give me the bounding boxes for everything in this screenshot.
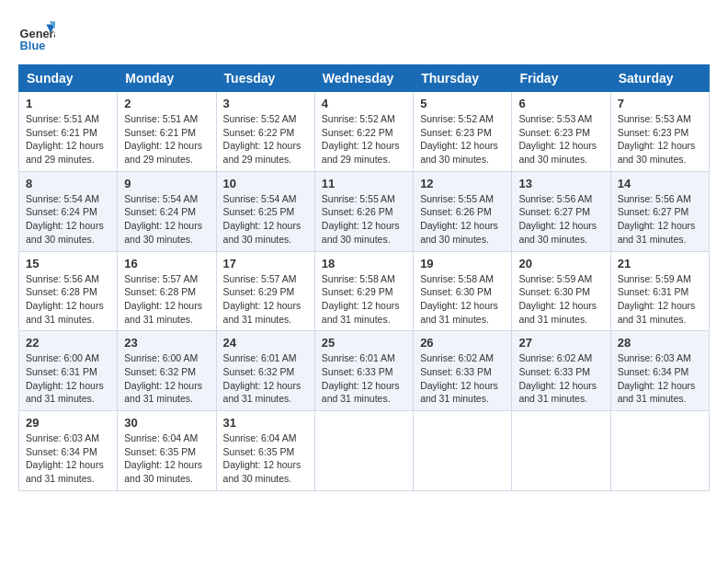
calendar-day-header: Tuesday	[216, 65, 314, 92]
day-info: Sunrise: 5:52 AM Sunset: 6:23 PM Dayligh…	[420, 112, 505, 167]
day-number: 25	[322, 336, 406, 350]
calendar-cell: 5 Sunrise: 5:52 AM Sunset: 6:23 PM Dayli…	[414, 92, 512, 172]
calendar-cell: 14 Sunrise: 5:56 AM Sunset: 6:27 PM Dayl…	[610, 171, 709, 251]
day-info: Sunrise: 6:00 AM Sunset: 6:31 PM Dayligh…	[26, 351, 110, 406]
day-number: 24	[223, 336, 308, 350]
calendar-cell	[512, 411, 610, 491]
day-info: Sunrise: 5:51 AM Sunset: 6:21 PM Dayligh…	[124, 112, 209, 167]
day-number: 2	[124, 97, 209, 110]
calendar-cell: 7 Sunrise: 5:53 AM Sunset: 6:23 PM Dayli…	[610, 92, 709, 172]
day-number: 5	[420, 97, 505, 110]
day-info: Sunrise: 5:55 AM Sunset: 6:26 PM Dayligh…	[322, 192, 406, 247]
day-info: Sunrise: 5:52 AM Sunset: 6:22 PM Dayligh…	[322, 112, 406, 167]
day-info: Sunrise: 5:59 AM Sunset: 6:31 PM Dayligh…	[618, 272, 702, 327]
day-info: Sunrise: 5:56 AM Sunset: 6:27 PM Dayligh…	[518, 192, 603, 247]
day-info: Sunrise: 5:51 AM Sunset: 6:21 PM Dayligh…	[26, 112, 110, 167]
calendar-cell: 28 Sunrise: 6:03 AM Sunset: 6:34 PM Dayl…	[610, 331, 709, 411]
day-number: 26	[420, 336, 505, 350]
day-number: 18	[322, 257, 406, 270]
day-info: Sunrise: 5:58 AM Sunset: 6:29 PM Dayligh…	[322, 272, 406, 327]
day-number: 13	[518, 177, 603, 190]
day-info: Sunrise: 5:55 AM Sunset: 6:26 PM Dayligh…	[420, 192, 505, 247]
calendar-cell: 4 Sunrise: 5:52 AM Sunset: 6:22 PM Dayli…	[314, 92, 413, 172]
calendar-day-header: Saturday	[610, 65, 709, 92]
calendar-week-row: 1 Sunrise: 5:51 AM Sunset: 6:21 PM Dayli…	[19, 92, 710, 172]
day-number: 20	[518, 257, 603, 270]
day-number: 6	[518, 97, 603, 110]
day-number: 31	[223, 416, 308, 430]
day-info: Sunrise: 6:03 AM Sunset: 6:34 PM Dayligh…	[618, 351, 702, 406]
day-number: 15	[26, 257, 110, 270]
calendar-day-header: Wednesday	[314, 65, 413, 92]
day-number: 8	[26, 177, 110, 190]
day-number: 23	[124, 336, 209, 350]
day-info: Sunrise: 6:01 AM Sunset: 6:32 PM Dayligh…	[223, 351, 308, 406]
day-number: 11	[322, 177, 406, 190]
day-number: 10	[223, 177, 308, 190]
day-info: Sunrise: 5:52 AM Sunset: 6:22 PM Dayligh…	[223, 112, 308, 167]
calendar-day-header: Thursday	[414, 65, 512, 92]
calendar-week-row: 29 Sunrise: 6:03 AM Sunset: 6:34 PM Dayl…	[19, 411, 710, 491]
day-number: 29	[26, 416, 110, 430]
calendar-day-header: Friday	[512, 65, 610, 92]
day-number: 4	[322, 97, 406, 110]
calendar-cell: 10 Sunrise: 5:54 AM Sunset: 6:25 PM Dayl…	[216, 171, 314, 251]
calendar-cell: 17 Sunrise: 5:57 AM Sunset: 6:29 PM Dayl…	[216, 251, 314, 331]
day-info: Sunrise: 6:04 AM Sunset: 6:35 PM Dayligh…	[223, 431, 308, 486]
calendar-cell: 29 Sunrise: 6:03 AM Sunset: 6:34 PM Dayl…	[19, 411, 118, 491]
calendar-week-row: 15 Sunrise: 5:56 AM Sunset: 6:28 PM Dayl…	[19, 251, 710, 331]
day-info: Sunrise: 5:56 AM Sunset: 6:27 PM Dayligh…	[618, 192, 702, 247]
calendar-cell: 21 Sunrise: 5:59 AM Sunset: 6:31 PM Dayl…	[610, 251, 709, 331]
day-number: 21	[618, 257, 702, 270]
day-number: 30	[124, 416, 209, 430]
day-number: 28	[618, 336, 702, 350]
calendar-cell: 19 Sunrise: 5:58 AM Sunset: 6:30 PM Dayl…	[414, 251, 512, 331]
calendar-cell: 27 Sunrise: 6:02 AM Sunset: 6:33 PM Dayl…	[512, 331, 610, 411]
calendar-cell	[610, 411, 709, 491]
calendar-day-header: Sunday	[19, 65, 118, 92]
calendar-cell: 16 Sunrise: 5:57 AM Sunset: 6:28 PM Dayl…	[118, 251, 216, 331]
day-number: 22	[26, 336, 110, 350]
day-info: Sunrise: 6:02 AM Sunset: 6:33 PM Dayligh…	[420, 351, 505, 406]
day-number: 12	[420, 177, 505, 190]
calendar-week-row: 8 Sunrise: 5:54 AM Sunset: 6:24 PM Dayli…	[19, 171, 710, 251]
calendar-day-header: Monday	[118, 65, 216, 92]
calendar-week-row: 22 Sunrise: 6:00 AM Sunset: 6:31 PM Dayl…	[19, 331, 710, 411]
svg-text:Blue: Blue	[20, 39, 46, 52]
page-header: General Blue	[18, 18, 710, 55]
day-number: 9	[124, 177, 209, 190]
calendar-cell: 11 Sunrise: 5:55 AM Sunset: 6:26 PM Dayl…	[314, 171, 413, 251]
day-info: Sunrise: 5:57 AM Sunset: 6:28 PM Dayligh…	[124, 272, 209, 327]
calendar-cell: 24 Sunrise: 6:01 AM Sunset: 6:32 PM Dayl…	[216, 331, 314, 411]
calendar-cell: 13 Sunrise: 5:56 AM Sunset: 6:27 PM Dayl…	[512, 171, 610, 251]
day-info: Sunrise: 5:57 AM Sunset: 6:29 PM Dayligh…	[223, 272, 308, 327]
calendar-cell: 15 Sunrise: 5:56 AM Sunset: 6:28 PM Dayl…	[19, 251, 118, 331]
day-info: Sunrise: 6:00 AM Sunset: 6:32 PM Dayligh…	[124, 351, 209, 406]
day-number: 1	[26, 97, 110, 110]
calendar-cell: 9 Sunrise: 5:54 AM Sunset: 6:24 PM Dayli…	[118, 171, 216, 251]
logo: General Blue	[18, 18, 61, 55]
calendar-cell: 25 Sunrise: 6:01 AM Sunset: 6:33 PM Dayl…	[314, 331, 413, 411]
day-info: Sunrise: 6:04 AM Sunset: 6:35 PM Dayligh…	[124, 431, 209, 486]
calendar-cell: 3 Sunrise: 5:52 AM Sunset: 6:22 PM Dayli…	[216, 92, 314, 172]
calendar-cell: 12 Sunrise: 5:55 AM Sunset: 6:26 PM Dayl…	[414, 171, 512, 251]
day-info: Sunrise: 5:53 AM Sunset: 6:23 PM Dayligh…	[518, 112, 603, 167]
day-number: 27	[518, 336, 603, 350]
day-info: Sunrise: 5:56 AM Sunset: 6:28 PM Dayligh…	[26, 272, 110, 327]
calendar-cell: 20 Sunrise: 5:59 AM Sunset: 6:30 PM Dayl…	[512, 251, 610, 331]
day-number: 17	[223, 257, 308, 270]
calendar-cell: 18 Sunrise: 5:58 AM Sunset: 6:29 PM Dayl…	[314, 251, 413, 331]
calendar-cell: 6 Sunrise: 5:53 AM Sunset: 6:23 PM Dayli…	[512, 92, 610, 172]
day-info: Sunrise: 5:59 AM Sunset: 6:30 PM Dayligh…	[518, 272, 603, 327]
calendar-cell	[314, 411, 413, 491]
calendar-table: SundayMondayTuesdayWednesdayThursdayFrid…	[18, 64, 710, 491]
day-info: Sunrise: 5:54 AM Sunset: 6:24 PM Dayligh…	[26, 192, 110, 247]
day-info: Sunrise: 5:58 AM Sunset: 6:30 PM Dayligh…	[420, 272, 505, 327]
calendar-cell: 30 Sunrise: 6:04 AM Sunset: 6:35 PM Dayl…	[118, 411, 216, 491]
day-info: Sunrise: 5:54 AM Sunset: 6:24 PM Dayligh…	[124, 192, 209, 247]
calendar-cell: 31 Sunrise: 6:04 AM Sunset: 6:35 PM Dayl…	[216, 411, 314, 491]
day-info: Sunrise: 5:54 AM Sunset: 6:25 PM Dayligh…	[223, 192, 308, 247]
day-number: 16	[124, 257, 209, 270]
day-number: 19	[420, 257, 505, 270]
day-number: 3	[223, 97, 308, 110]
